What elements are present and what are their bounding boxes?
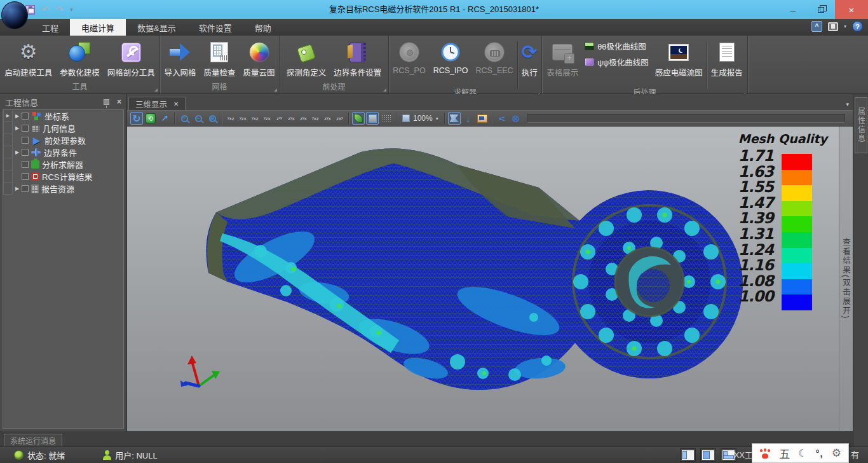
menu-tab-data-display[interactable]: 数据&显示 <box>126 19 187 36</box>
expander-icon[interactable]: ▶ <box>13 113 22 119</box>
ime-logo-paw-icon[interactable] <box>759 448 771 459</box>
group-expand-icon[interactable] <box>274 88 277 92</box>
axis-view-button[interactable]: zˣʸ <box>274 113 285 124</box>
menu-tab-settings[interactable]: 软件设置 <box>187 19 243 36</box>
parametric-model-icon <box>68 41 91 63</box>
zoom-extent-button[interactable]: ⊕ <box>206 112 219 125</box>
view-results-collapsed-tab[interactable]: 查看结果(双击展开) <box>839 127 853 431</box>
parametric-modeling-button[interactable]: 参数化建模 <box>57 39 102 79</box>
rotate-view-button[interactable]: ↻ <box>130 112 143 125</box>
tree-checkbox[interactable] <box>22 113 29 120</box>
rcs-po-button[interactable]: RCS_PO <box>390 39 428 76</box>
tree-checkbox[interactable] <box>22 125 29 132</box>
axis-view-button[interactable]: zʸx <box>322 113 333 124</box>
menu-tab-project[interactable]: 工程 <box>31 19 70 36</box>
axis-view-button[interactable]: zʸx <box>286 113 297 124</box>
orbit-view-button[interactable]: ⟲ <box>144 112 157 125</box>
property-info-tab[interactable]: 属性信息 <box>855 97 867 153</box>
style-options-icon[interactable] <box>828 22 838 31</box>
axis-view-button[interactable]: ʸxz <box>250 113 261 124</box>
expander-icon[interactable]: ▶ <box>13 186 22 191</box>
tab-close-icon[interactable]: ✕ <box>173 100 179 107</box>
3d-canvas[interactable]: Mesh Quality 1.71 1.63 1.55 1.47 1.39 1.… <box>127 127 853 431</box>
tree-item-report-resources[interactable]: ▶ 报告资源 <box>3 183 123 195</box>
ime-mode-label[interactable]: 五 <box>779 445 790 461</box>
execute-button[interactable]: ⟳ 执行 <box>519 39 540 79</box>
induced-current-map-button[interactable]: 感应电磁流图 <box>653 39 705 79</box>
table-display-button[interactable]: 表格展示 <box>544 39 581 79</box>
axis-view-button[interactable]: zxʸ <box>334 113 345 124</box>
tree-item-analysis-solver[interactable]: 分析求解器 <box>3 158 123 170</box>
tree-item-geometry-info[interactable]: ▶ 几何信息 <box>3 122 123 134</box>
theta-polarization-curve-button[interactable]: θθ极化曲线图 <box>585 40 648 52</box>
surface-view-button[interactable] <box>366 112 379 125</box>
group-label-mesh: 网格 <box>212 83 227 92</box>
viewport-toolbar: ↻ ⟲ ↗ + − ⊕ ʸxz ʸzx ʸxz ʸzx zˣʸ zʸx zʸx … <box>127 110 853 127</box>
system-messages-tab[interactable]: 系统运行消息 <box>4 434 62 446</box>
expander-icon[interactable]: ▶ <box>13 125 22 131</box>
tree-checkbox[interactable] <box>22 185 29 192</box>
psi-polarization-curve-button[interactable]: ψψ极化曲线图 <box>585 56 648 68</box>
fit-view-button[interactable]: ↗ <box>158 112 171 125</box>
execute-icon: ⟳ <box>522 41 538 63</box>
tree-item-boundary-conditions[interactable]: ▶ 边界条件 <box>3 146 123 158</box>
moon-icon[interactable]: ☾ <box>798 447 807 459</box>
tree-item-preprocess-params[interactable]: ▶ 前处理参数 <box>3 134 123 146</box>
grid-sheet-icon <box>210 42 228 62</box>
export-image-button[interactable] <box>476 112 489 125</box>
restore-button[interactable] <box>807 0 835 19</box>
panel-close-icon[interactable]: × <box>117 97 121 106</box>
ime-settings-gear-icon[interactable]: ⚙ <box>832 446 841 460</box>
tree-item-coordinate-system[interactable]: ▶ ▶ 坐标系 <box>3 110 123 122</box>
mesh-partition-tool-button[interactable]: 网格剖分工具 <box>105 39 158 79</box>
tab-3d-display[interactable]: 三维显示 ✕ <box>128 97 186 110</box>
zoom-in-button[interactable]: + <box>178 112 191 125</box>
axis-view-button[interactable]: ʸzx <box>262 113 273 124</box>
download-view-button[interactable]: ↓ <box>462 112 475 125</box>
tree-checkbox[interactable] <box>22 149 29 156</box>
quality-check-button[interactable]: 质量检查 <box>201 39 238 79</box>
axis-view-button[interactable]: zʸx <box>298 113 309 124</box>
points-view-button[interactable] <box>380 112 393 125</box>
boundary-condition-button[interactable]: 边界条件设置 <box>331 39 384 79</box>
minimize-button[interactable]: – <box>779 0 807 19</box>
help-icon[interactable]: ? <box>852 21 863 32</box>
selection-mode-button[interactable] <box>448 112 461 125</box>
close-button[interactable]: × <box>835 0 868 19</box>
style-dropdown-icon[interactable]: ▾ <box>844 24 846 29</box>
start-modeling-tool-button[interactable]: ⚙ 启动建模工具 <box>2 39 55 79</box>
axis-view-button[interactable]: ʸxz <box>226 113 236 124</box>
axis-triad <box>180 356 220 387</box>
share-view-button[interactable]: < <box>496 112 508 125</box>
layout-left-panel-icon[interactable] <box>681 449 695 461</box>
ribbon-group-tools: ⚙ 启动建模工具 参数化建模 网格剖分工具 工具 <box>0 36 160 93</box>
tree-checkbox[interactable] <box>22 173 29 180</box>
menu-tab-em-compute[interactable]: 电磁计算 <box>70 19 126 36</box>
rcs-eec-button[interactable]: RCS_EEC <box>473 39 516 76</box>
menu-tab-help[interactable]: 帮助 <box>243 19 283 36</box>
axis-view-button[interactable]: ʸxz <box>310 113 321 124</box>
collapse-ribbon-icon[interactable]: ^ <box>811 21 822 32</box>
import-mesh-button[interactable]: 导入网格 <box>161 39 198 79</box>
rcs-ipo-button[interactable]: RCS_IPO <box>431 39 471 76</box>
layout-wide-panel-icon[interactable] <box>701 449 715 461</box>
group-expand-icon[interactable] <box>383 88 386 92</box>
generate-report-button[interactable]: 生成报告 <box>709 39 745 79</box>
zoom-out-button[interactable]: − <box>192 112 205 125</box>
tab-list-dropdown-icon[interactable]: ▾ <box>846 101 849 107</box>
tag-icon <box>297 43 316 62</box>
tree-checkbox[interactable] <box>22 161 29 168</box>
probe-angle-button[interactable]: 探测角定义 <box>284 39 329 79</box>
zoom-level-select[interactable]: 100% ▾ <box>399 112 442 125</box>
tree-checkbox[interactable] <box>22 137 29 144</box>
quality-contour-button[interactable]: 质量云图 <box>241 39 278 79</box>
axis-view-button[interactable]: ʸzx <box>238 113 248 124</box>
pin-icon[interactable] <box>104 99 109 105</box>
cancel-operation-button[interactable]: ⊗ <box>510 112 522 125</box>
tree-item-rcs-results[interactable]: RCS计算结果 <box>3 170 123 183</box>
cancel-icon: ⊗ <box>512 113 520 125</box>
shaded-view-button[interactable] <box>352 112 365 125</box>
expander-icon[interactable]: ▶ <box>13 149 22 155</box>
ime-punctuation-toggle[interactable]: °, <box>816 448 824 459</box>
group-expand-icon[interactable] <box>154 88 158 92</box>
